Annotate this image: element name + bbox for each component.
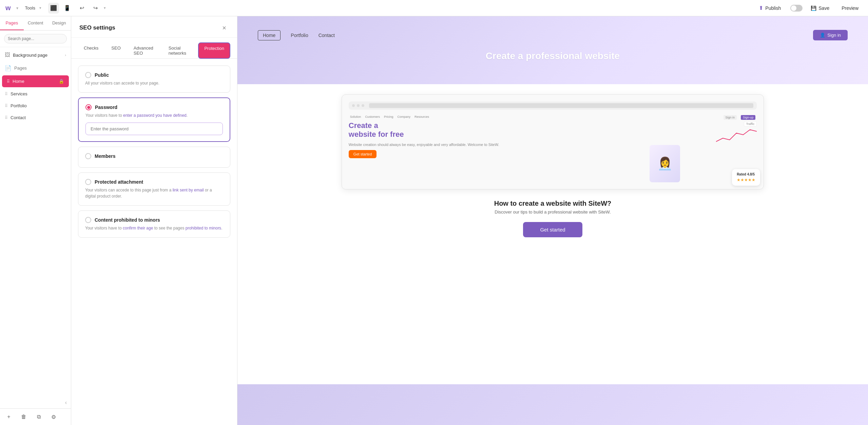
tools-menu: Tools ▾ <box>22 4 41 12</box>
browser-nav-customers: Customers <box>365 115 380 120</box>
option-content-prohibited[interactable]: Content prohibited to minors Your visito… <box>78 210 230 238</box>
option-password-title: Password <box>95 105 117 110</box>
option-content-prohibited-title: Content prohibited to minors <box>95 217 160 223</box>
home-drag-icon: ⠿ <box>7 79 10 84</box>
services-drag-icon: ⠿ <box>5 92 8 96</box>
how-to-title: How to create a website with SiteW? <box>494 200 612 207</box>
save-button[interactable]: 💾 Save <box>807 3 833 13</box>
publish-button[interactable]: ⬆ Publish <box>753 3 786 13</box>
browser-url-bar <box>369 103 753 108</box>
site-nav: Home Portfolio Contact 👤 Sign in <box>258 30 848 40</box>
tools-chevron: ▾ <box>39 6 41 10</box>
option-password[interactable]: Password Your visitors have to enter a p… <box>78 97 230 142</box>
sidebar-item-services[interactable]: ⠿ Services <box>0 88 71 100</box>
seo-tab-social[interactable]: Social networks <box>163 42 197 59</box>
add-page-btn[interactable]: + <box>4 412 14 422</box>
option-members[interactable]: Members <box>78 147 230 168</box>
background-page-arrow: › <box>65 53 66 57</box>
publish-icon: ⬆ <box>759 5 763 11</box>
browser-nav-resources: Resources <box>414 115 429 120</box>
home-lock-icon: 🔒 <box>59 79 64 84</box>
history-controls: ↩ ↪ ▾ <box>77 3 106 14</box>
seo-tab-protection[interactable]: Protection <box>198 42 230 59</box>
pages-icon: 📄 <box>5 65 12 71</box>
browser-dot-2 <box>357 104 360 107</box>
site-nav-links: Home Portfolio Contact <box>258 30 335 40</box>
option-public[interactable]: Public All your visitors can accede to y… <box>78 66 230 93</box>
redo-btn[interactable]: ↪ <box>90 3 101 14</box>
option-members-radio[interactable] <box>85 153 91 159</box>
browser-bar <box>349 101 757 110</box>
nav-home[interactable]: Home <box>258 30 281 40</box>
option-content-prohibited-radio[interactable] <box>85 217 91 223</box>
search-input[interactable] <box>4 34 67 43</box>
traffic-chart <box>716 125 757 145</box>
option-protected-attachment-radio[interactable] <box>85 179 91 185</box>
publish-toggle[interactable] <box>790 5 803 12</box>
option-protected-attachment-title: Protected attachment <box>95 179 143 185</box>
browser-dot-3 <box>362 104 364 107</box>
history-chevron[interactable]: ▾ <box>104 6 106 10</box>
option-protected-attachment-desc: Your visitors can accede to this page ju… <box>85 187 223 199</box>
browser-cta-btn[interactable]: Get started <box>349 150 377 158</box>
collapse-icon: ‹ <box>65 400 67 405</box>
nav-portfolio[interactable]: Portfolio <box>291 33 308 38</box>
delete-page-btn[interactable]: 🗑 <box>19 412 28 422</box>
toolbar: w ▾ Tools ▾ ⬛ 📱 ↩ ↪ ▾ ⬆ Publish 💾 Save P… <box>0 0 868 16</box>
logo-chevron[interactable]: ▾ <box>16 6 18 11</box>
undo-btn[interactable]: ↩ <box>77 3 88 14</box>
duplicate-page-btn[interactable]: ⧉ <box>34 412 43 422</box>
rating-text: Rated 4.8/5 <box>737 172 755 176</box>
how-to-section: How to create a website with SiteW? Disc… <box>494 200 612 215</box>
background-page-icon: 🖼 <box>5 52 10 58</box>
sidebar-collapse-btn[interactable]: ‹ <box>0 397 71 408</box>
tab-design[interactable]: Design <box>47 16 71 30</box>
desktop-icon-btn[interactable]: ⬛ <box>48 3 59 14</box>
home-label: Home <box>13 79 56 84</box>
option-content-prohibited-header: Content prohibited to minors <box>85 217 223 223</box>
seo-content: Public All your visitors can accede to y… <box>71 59 237 425</box>
sidebar-bottom: + 🗑 ⧉ ⚙ <box>0 408 71 425</box>
browser-text-col: Create a website for free Website creati… <box>349 121 566 182</box>
site-headline: Create a professional website <box>486 51 620 61</box>
option-protected-attachment[interactable]: Protected attachment Your visitors can a… <box>78 172 230 206</box>
option-password-radio[interactable] <box>85 104 92 110</box>
get-started-button[interactable]: Get started <box>523 222 582 237</box>
site-content-area: Solution Customers Pricing Company Resou… <box>237 84 868 384</box>
seo-tab-checks[interactable]: Checks <box>78 42 104 59</box>
sidebar-item-portfolio[interactable]: ⠿ Portfolio <box>0 100 71 112</box>
headline-website: website for free <box>349 130 404 138</box>
tab-pages[interactable]: Pages <box>0 16 24 30</box>
tools-menu-item[interactable]: Tools <box>22 4 38 12</box>
mobile-icon-btn[interactable]: 📱 <box>62 3 73 14</box>
nav-contact[interactable]: Contact <box>319 33 335 38</box>
sidebar-item-home[interactable]: ⠿ Home 🔒 <box>2 75 69 87</box>
browser-mock: Solution Customers Pricing Company Resou… <box>342 94 764 189</box>
seo-tab-advanced[interactable]: Advanced SEO <box>128 42 161 59</box>
sidebar-search-area <box>0 31 71 47</box>
tab-content[interactable]: Content <box>24 16 47 30</box>
sidebar-item-pages-header[interactable]: 📄 Pages <box>0 61 71 75</box>
option-public-title: Public <box>95 72 109 78</box>
portfolio-label: Portfolio <box>11 103 27 108</box>
option-content-prohibited-desc: Your visitors have to confirm their age … <box>85 225 223 231</box>
option-public-radio[interactable] <box>85 72 91 78</box>
sign-in-label: Sign in <box>827 33 841 38</box>
seo-tab-seo[interactable]: SEO <box>105 42 126 59</box>
sign-in-button[interactable]: 👤 Sign in <box>813 30 848 40</box>
page-settings-btn[interactable]: ⚙ <box>49 412 58 422</box>
password-input[interactable] <box>85 123 223 135</box>
sidebar: Pages Content Design 🖼 Background page ›… <box>0 16 71 425</box>
sidebar-item-background-page[interactable]: 🖼 Background page › <box>0 49 71 61</box>
publish-label: Publish <box>765 5 781 11</box>
sidebar-item-contact[interactable]: ⠿ Contact <box>0 112 71 124</box>
logo: w <box>5 4 11 12</box>
browser-nav-company: Company <box>397 115 410 120</box>
seo-close-button[interactable]: × <box>219 23 229 33</box>
option-password-header: Password <box>85 104 223 110</box>
option-public-header: Public <box>85 72 223 78</box>
password-input-wrapper <box>85 123 223 135</box>
preview-button[interactable]: Preview <box>837 3 863 13</box>
user-icon: 👤 <box>820 33 825 38</box>
services-label: Services <box>11 91 27 96</box>
